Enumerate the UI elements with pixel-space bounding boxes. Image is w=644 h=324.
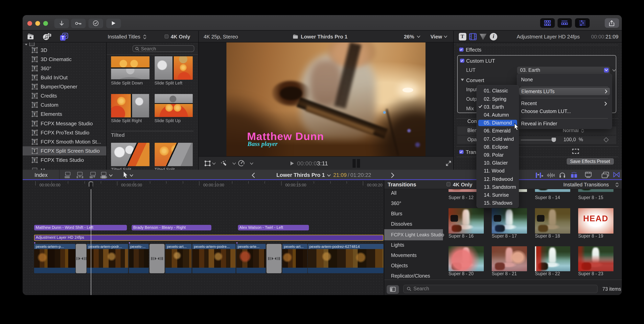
svg-text:T: T xyxy=(61,35,64,40)
